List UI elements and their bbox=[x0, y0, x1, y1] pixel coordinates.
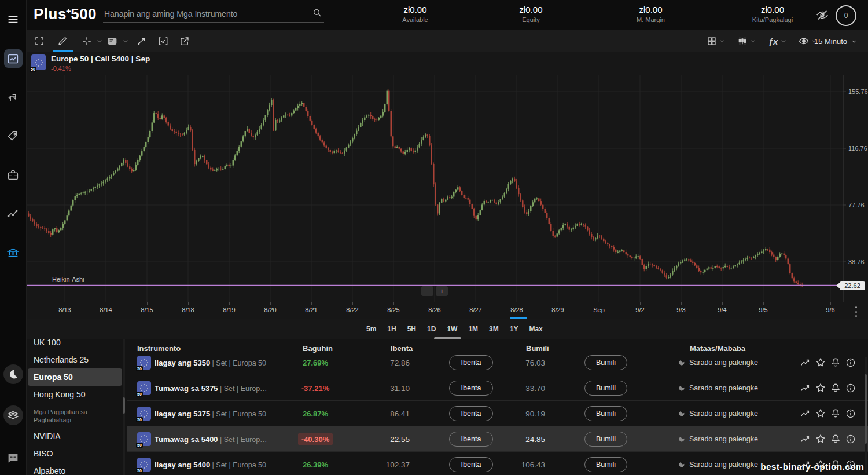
draw-pencil-icon[interactable] bbox=[56, 34, 69, 48]
x-axis-label: 8/29 bbox=[551, 306, 564, 313]
dark-mode-toggle-moon-icon[interactable] bbox=[3, 364, 23, 384]
sidebar-item-charts[interactable] bbox=[4, 49, 23, 68]
tf-1m[interactable]: 1M bbox=[468, 325, 478, 333]
row-market-status: Sarado ang palengke bbox=[678, 359, 758, 367]
sell-button[interactable]: Ibenta bbox=[449, 381, 493, 396]
watchlist-item-hongkong50[interactable]: Hong Kong 50 bbox=[26, 386, 127, 403]
info-icon[interactable] bbox=[845, 408, 856, 419]
tf-1d[interactable]: 1D bbox=[427, 325, 436, 333]
bell-icon[interactable] bbox=[830, 434, 841, 444]
trend-icon[interactable] bbox=[800, 357, 811, 368]
watchlist-item-biso[interactable]: BISO bbox=[26, 445, 127, 462]
row-market-status: Sarado ang palengke bbox=[678, 435, 758, 443]
table-row-selected[interactable]: 50 Tumawag sa 5400 | Set | Europ… -40.30… bbox=[127, 426, 868, 452]
tf-3m[interactable]: 3M bbox=[489, 325, 499, 333]
row-sell-price: 31.10 bbox=[358, 383, 410, 392]
plus500-logo[interactable]: Plus+500 bbox=[34, 5, 97, 23]
star-icon[interactable] bbox=[815, 383, 826, 393]
tf-1y[interactable]: 1Y bbox=[510, 325, 518, 333]
table-row[interactable]: 50 Ilagay ang 5375 | Set | Europa 50 26.… bbox=[127, 401, 868, 426]
search-input[interactable] bbox=[103, 6, 308, 22]
crosshair-chevron-icon[interactable] bbox=[93, 34, 106, 48]
export-chart-icon[interactable] bbox=[178, 34, 192, 48]
x-axis[interactable]: 8/138/148/158/188/198/208/218/228/258/26… bbox=[26, 302, 868, 319]
search-icon[interactable] bbox=[312, 8, 322, 17]
sell-button[interactable]: Ibenta bbox=[449, 406, 493, 421]
trend-icon[interactable] bbox=[800, 383, 811, 393]
crosshair-icon[interactable] bbox=[80, 34, 94, 48]
trendline-tool-icon[interactable] bbox=[135, 34, 149, 48]
buy-button[interactable]: Bumili bbox=[584, 381, 627, 396]
buy-button[interactable]: Bumili bbox=[584, 432, 627, 447]
bell-icon[interactable] bbox=[830, 408, 841, 419]
table-header: Instrumento Baguhin Ibenta Bumili Mataas… bbox=[127, 339, 868, 355]
tf-1w[interactable]: 1W bbox=[447, 325, 457, 333]
sell-button[interactable]: Ibenta bbox=[449, 457, 493, 472]
chart-toolbar: 15 Minuto ƒx bbox=[26, 30, 868, 52]
menu-hamburger-icon[interactable] bbox=[4, 10, 23, 28]
tf-5h[interactable]: 5H bbox=[407, 325, 416, 333]
bell-icon[interactable] bbox=[830, 357, 841, 368]
sidebar-item-portfolio-icon[interactable] bbox=[4, 166, 23, 184]
watchlist-item-uk100[interactable]: UK 100 bbox=[26, 339, 127, 351]
visibility-chevron-icon[interactable] bbox=[807, 34, 821, 48]
stat-profit-loss: zł0.00Kita/Pagkalugi bbox=[735, 5, 810, 23]
row-market-status: Sarado ang palengke bbox=[678, 410, 758, 418]
watchlist-item-nvidia[interactable]: NVIDIA bbox=[26, 427, 127, 445]
watchlist-item-alpabeto[interactable]: Alpabeto bbox=[26, 462, 127, 475]
info-icon[interactable] bbox=[845, 357, 856, 368]
buy-button[interactable]: Bumili bbox=[584, 457, 627, 472]
tf-1h[interactable]: 1H bbox=[387, 325, 396, 333]
hide-balances-icon[interactable] bbox=[816, 9, 829, 21]
info-icon[interactable] bbox=[845, 383, 856, 393]
sell-button[interactable]: Ibenta bbox=[449, 355, 493, 370]
row-market-status: Sarado ang palengke bbox=[678, 384, 758, 392]
table-row[interactable]: 50 Ilagay ang 5400 | Set | Europa 50 26.… bbox=[127, 452, 868, 475]
x-axis-label: 8/14 bbox=[100, 306, 112, 313]
row-buy-price: 76.03 bbox=[493, 358, 545, 367]
star-icon[interactable] bbox=[815, 357, 826, 368]
zoom-in-button[interactable]: + bbox=[436, 286, 448, 296]
cashier-money-icon[interactable] bbox=[3, 405, 23, 425]
chat-support-icon[interactable] bbox=[4, 448, 23, 467]
price-chart-area[interactable]: 50 Europe 50 | Call 5400 | Sep -0.41% 15… bbox=[26, 52, 868, 302]
layout-chevron-icon[interactable] bbox=[715, 34, 729, 48]
row-flag-icon: 50 bbox=[137, 458, 151, 472]
star-icon[interactable] bbox=[815, 434, 826, 444]
watchlist-item-netherlands25[interactable]: Netherlands 25 bbox=[26, 351, 127, 368]
sell-button[interactable]: Ibenta bbox=[449, 432, 493, 447]
row-sell-price: 102.37 bbox=[358, 460, 410, 469]
heikin-ashi-label: Heikin-Ashi bbox=[52, 276, 84, 283]
x-axis-tick bbox=[830, 302, 831, 305]
watchlist-scrollbar[interactable] bbox=[123, 339, 125, 475]
sidebar-item-bank-icon[interactable] bbox=[4, 243, 23, 262]
star-icon[interactable] bbox=[815, 408, 826, 419]
indicators-chevron-icon[interactable] bbox=[777, 34, 790, 48]
watchlist-item-europa50[interactable]: Europa 50 bbox=[28, 368, 122, 386]
screenshot-icon[interactable] bbox=[105, 34, 119, 48]
x-axis-tick bbox=[476, 302, 476, 305]
chart-type-chevron-icon[interactable] bbox=[746, 34, 760, 48]
axis-settings-menu-icon[interactable] bbox=[852, 305, 860, 318]
instrument-search bbox=[103, 6, 324, 23]
tf-5m[interactable]: 5m bbox=[366, 325, 376, 333]
wave-pattern-icon[interactable] bbox=[156, 34, 170, 48]
screenshot-chevron-icon[interactable] bbox=[119, 34, 133, 48]
sidebar-item-tag-icon[interactable] bbox=[4, 127, 23, 145]
zoom-out-button[interactable]: − bbox=[421, 286, 433, 296]
candlestick-chart[interactable]: 155.76116.7677.7638.76 bbox=[26, 75, 868, 302]
table-row[interactable]: 50 Tumawag sa 5375 | Set | Europ… -37.21… bbox=[127, 375, 868, 401]
tf-max[interactable]: Max bbox=[529, 325, 542, 333]
buy-button[interactable]: Bumili bbox=[584, 406, 627, 421]
trend-icon[interactable] bbox=[800, 408, 811, 419]
fullscreen-icon[interactable] bbox=[32, 34, 46, 48]
profile-badge[interactable]: 0 bbox=[836, 5, 856, 26]
sidebar-item-trade-icon[interactable] bbox=[4, 89, 23, 107]
row-actions bbox=[800, 357, 856, 368]
table-scrollbar[interactable] bbox=[865, 357, 867, 473]
info-icon[interactable] bbox=[845, 434, 856, 444]
bell-icon[interactable] bbox=[830, 383, 841, 393]
buy-button[interactable]: Bumili bbox=[584, 355, 627, 370]
sidebar-item-analytics-icon[interactable] bbox=[4, 204, 23, 223]
trend-icon[interactable] bbox=[800, 434, 811, 444]
